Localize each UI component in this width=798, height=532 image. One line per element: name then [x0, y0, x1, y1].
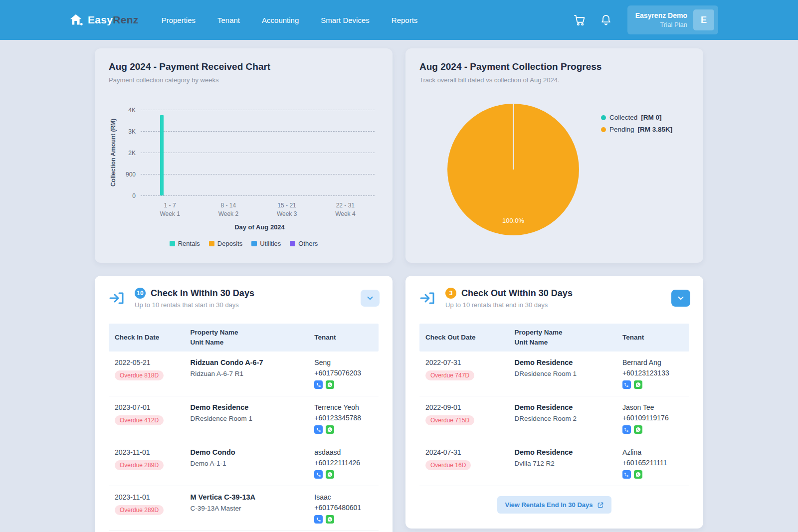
legend-item-rentals[interactable]: Rentals — [170, 240, 200, 247]
tenant-phone: +60123123133 — [622, 369, 685, 377]
gridline: 0 — [141, 195, 375, 196]
whatsapp-icon[interactable] — [634, 470, 642, 479]
nav-smart-devices[interactable]: Smart Devices — [321, 16, 370, 24]
nav-properties[interactable]: Properties — [162, 16, 196, 24]
bar-group — [258, 110, 316, 195]
y-tick-label: 4K — [128, 107, 136, 114]
notification-bell-icon[interactable] — [599, 13, 612, 26]
property-cell: Ridzuan Condo A-6-7Ridzuan A-6-7 R1 — [184, 358, 308, 389]
brand-name: EasyRenz — [88, 14, 139, 26]
overdue-badge: Overdue 289D — [115, 505, 164, 515]
legend-item-others[interactable]: Others — [290, 240, 318, 247]
tenant-cell: Azlina+60165211111 — [616, 448, 689, 479]
bar-chart: Collection Amount (RM) 4K3K2K9000 — [109, 110, 379, 195]
legend-value: [RM 3.85K] — [638, 126, 673, 133]
unit-name: DResidence Room 1 — [190, 415, 304, 422]
legend-label: Collected — [609, 114, 637, 121]
property-name: Ridzuan Condo A-6-7 — [190, 358, 304, 366]
legend-item-utilities[interactable]: Utilities — [251, 240, 281, 247]
call-icon[interactable] — [314, 425, 323, 434]
nav-accounting[interactable]: Accounting — [262, 16, 299, 24]
whatsapp-icon[interactable] — [326, 380, 334, 389]
tenant-cell: Terrence Yeoh+60123345788 — [308, 403, 379, 434]
whatsapp-icon[interactable] — [634, 380, 642, 389]
contact-icons — [314, 470, 375, 479]
row-date: 2023-07-01 — [115, 403, 180, 411]
column-header-property-line: Property Name — [515, 328, 612, 338]
column-header-tenant: Tenant — [308, 329, 379, 347]
call-icon[interactable] — [622, 425, 631, 434]
whatsapp-icon[interactable] — [326, 470, 334, 479]
property-name: Demo Condo — [190, 448, 304, 456]
property-cell: Demo ResidenceDResidence Room 1 — [184, 403, 308, 434]
account-name: Easyrenz Demo — [635, 11, 687, 19]
x-category-week: Week 1 — [141, 210, 199, 218]
nav-tenant[interactable]: Tenant — [217, 16, 240, 24]
call-icon[interactable] — [314, 470, 323, 479]
y-tick-label: 3K — [128, 128, 136, 135]
table-row: 2022-05-21Overdue 818DRidzuan Condo A-6-… — [109, 352, 379, 396]
tenant-name: Seng — [314, 358, 375, 366]
account-plan: Trial Plan — [635, 21, 687, 28]
unit-name: DResidence Room 2 — [515, 415, 612, 422]
x-category-range: 22 - 31 — [316, 201, 375, 210]
main-nav: PropertiesTenantAccountingSmart DevicesR… — [162, 16, 418, 24]
legend-value: [RM 0] — [641, 114, 661, 121]
whatsapp-icon[interactable] — [634, 425, 642, 434]
column-header-unit-line: Unit Name — [190, 338, 304, 348]
top-navigation-bar: EasyRenz PropertiesTenantAccountingSmart… — [0, 0, 798, 40]
check-in-title: Check In Within 30 Days — [151, 288, 254, 299]
call-icon[interactable] — [314, 515, 323, 524]
payment-received-chart-card: Aug 2024 - Payment Received Chart Paymen… — [95, 48, 393, 263]
pie-percent-label: 100.0% — [502, 217, 524, 224]
check-out-collapse-button[interactable] — [671, 290, 690, 307]
view-rentals-button[interactable]: View Rentals End In 30 Days — [497, 496, 611, 514]
external-link-icon — [597, 502, 604, 509]
legend-swatch — [170, 241, 175, 246]
call-icon[interactable] — [622, 470, 631, 479]
check-out-subtitle: Up to 10 rentals that end in 30 days — [445, 301, 573, 309]
legend-label: Utilities — [260, 240, 281, 247]
legend-item-collected[interactable]: Collected [RM 0] — [601, 114, 672, 121]
column-header-date: Check Out Date — [419, 329, 509, 347]
y-tick-label: 2K — [128, 150, 136, 157]
check-in-collapse-button[interactable] — [361, 290, 380, 307]
call-icon[interactable] — [622, 380, 631, 389]
x-category-week: Week 2 — [199, 210, 257, 218]
whatsapp-icon[interactable] — [326, 515, 334, 524]
bar-plot-area: 4K3K2K9000 — [141, 110, 375, 195]
unit-name: DResidence Room 1 — [515, 370, 612, 377]
column-header-unit-line: Unit Name — [515, 338, 612, 348]
unit-name: C-39-13A Master — [190, 505, 304, 512]
y-tick-label: 0 — [132, 192, 136, 199]
overdue-badge: Overdue 16D — [425, 460, 471, 470]
date-cell: 2023-11-01Overdue 289D — [109, 448, 184, 479]
avatar: E — [693, 9, 714, 30]
brand-logo[interactable]: EasyRenz — [69, 12, 139, 27]
nav-reports[interactable]: Reports — [392, 16, 418, 24]
table-row: 2022-07-31Overdue 747DDemo ResidenceDRes… — [419, 352, 689, 396]
overdue-badge: Overdue 818D — [115, 370, 164, 380]
legend-swatch — [290, 241, 295, 246]
contact-icons — [622, 425, 685, 434]
column-header-property-line: Property Name — [190, 328, 304, 338]
account-menu[interactable]: Easyrenz Demo Trial Plan E — [627, 5, 718, 34]
x-category-range: 15 - 21 — [258, 201, 316, 210]
payment-collection-progress-card: Aug 2024 - Payment Collection Progress T… — [405, 48, 703, 263]
unit-name: Dvilla 712 R2 — [515, 460, 612, 467]
call-icon[interactable] — [314, 380, 323, 389]
check-in-table: Check In DateProperty NameUnit NameTenan… — [109, 324, 379, 532]
tenant-cell: asdaasd+60122111426 — [308, 448, 379, 479]
overdue-badge: Overdue 412D — [115, 415, 164, 425]
legend-item-pending[interactable]: Pending [RM 3.85K] — [601, 126, 672, 133]
row-date: 2022-09-01 — [425, 403, 505, 411]
whatsapp-icon[interactable] — [326, 425, 334, 434]
x-category-range: 1 - 7 — [141, 201, 199, 210]
property-cell: Demo CondoDemo A-1-1 — [184, 448, 308, 479]
table-row: 2023-07-01Overdue 412DDemo ResidenceDRes… — [109, 396, 379, 441]
cart-icon[interactable] — [574, 13, 587, 26]
view-rentals-label: View Rentals End In 30 Days — [505, 501, 593, 509]
row-date: 2022-05-21 — [115, 358, 180, 366]
column-header-property: Property NameUnit Name — [184, 324, 308, 351]
legend-item-deposits[interactable]: Deposits — [209, 240, 243, 247]
